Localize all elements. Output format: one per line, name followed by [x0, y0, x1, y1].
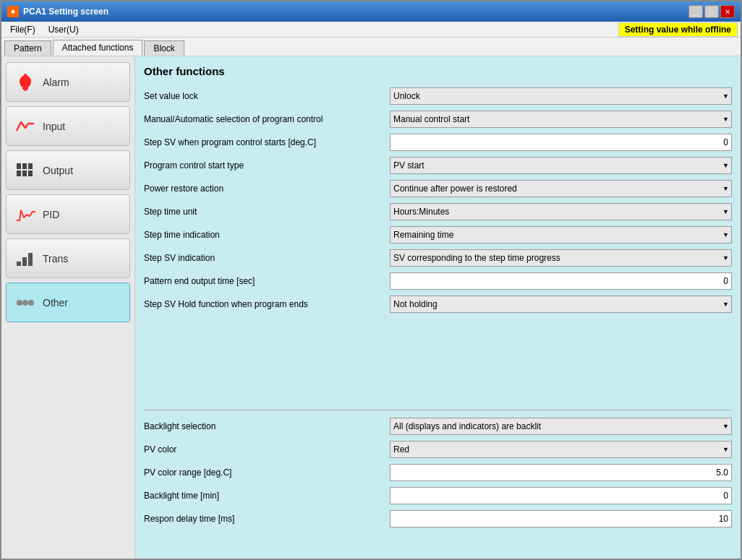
user-menu[interactable]: User(U)	[43, 23, 85, 36]
select-pv-color[interactable]: Red Green Blue	[390, 441, 732, 458]
control-program-start-type: PV start SV start	[390, 157, 732, 174]
control-step-sv-indication: SV corresponding to the step time progre…	[390, 249, 732, 267]
select-program-start-type[interactable]: PV start SV start	[390, 157, 732, 174]
pid-icon	[14, 203, 37, 226]
label-step-time-indication: Step time indication	[144, 230, 390, 240]
label-program-start-type: Program control start type	[144, 160, 390, 171]
control-pv-color: Red Green Blue	[390, 441, 732, 458]
label-step-sv-hold: Step SV Hold function when program ends	[144, 299, 390, 309]
select-wrapper-manual-auto: Manual control start Auto control start	[390, 111, 732, 128]
minimize-button[interactable]: _	[688, 5, 703, 18]
sidebar-item-other[interactable]: Other	[6, 283, 130, 322]
svg-rect-9	[28, 171, 33, 176]
tab-pattern[interactable]: Pattern	[4, 40, 51, 56]
row-step-time-indication: Step time indication Remaining time Elap…	[144, 225, 732, 245]
row-manual-auto: Manual/Automatic selection of program co…	[144, 109, 732, 129]
select-step-time-indication[interactable]: Remaining time Elapsed time	[390, 226, 732, 244]
label-set-value-lock: Set value lock	[144, 91, 390, 101]
window-controls: _ □ ✕	[688, 5, 735, 18]
input-backlight-time[interactable]	[390, 487, 732, 504]
other-icon	[14, 291, 37, 314]
label-power-restore: Power restore action	[144, 184, 390, 194]
select-backlight[interactable]: All (displays and indicators) are backli…	[390, 418, 732, 435]
svg-rect-11	[22, 257, 27, 266]
svg-rect-4	[17, 163, 21, 169]
menu-bar: File(F) User(U) Setting value while offl…	[1, 22, 741, 38]
tab-attached-functions[interactable]: Attached functions	[53, 40, 143, 56]
svg-point-15	[28, 300, 34, 306]
label-step-sv-start: Step SV when program control starts [deg…	[144, 137, 390, 147]
row-step-sv-hold: Step SV Hold function when program ends …	[144, 294, 732, 314]
row-program-start-type: Program control start type PV start SV s…	[144, 155, 732, 176]
select-step-sv-indication[interactable]: SV corresponding to the step time progre…	[390, 249, 732, 267]
select-power-restore[interactable]: Continue after power is restored Stop	[390, 180, 732, 197]
input-pv-color-range[interactable]	[390, 464, 732, 481]
row-backlight-time: Backlight time [min]	[144, 486, 732, 506]
control-step-time-indication: Remaining time Elapsed time	[390, 226, 732, 244]
sidebar: Alarm Input	[1, 56, 135, 559]
trans-icon	[14, 247, 37, 270]
row-power-restore: Power restore action Continue after powe…	[144, 178, 732, 199]
svg-point-3	[24, 74, 27, 77]
svg-rect-7	[17, 171, 21, 176]
main-area: Alarm Input	[1, 56, 741, 559]
select-step-sv-hold[interactable]: Not holding Holding	[390, 296, 732, 313]
sidebar-item-pid[interactable]: PID	[6, 194, 130, 234]
select-wrapper-program-start: PV start SV start	[390, 157, 732, 174]
row-step-sv-indication: Step SV indication SV corresponding to t…	[144, 248, 732, 268]
row-respon-delay: Respon delay time [ms]	[144, 509, 732, 529]
title-bar-left: ■ PCA1 Setting screen	[7, 6, 108, 17]
row-set-value-lock: Set value lock Unlock Lock	[144, 86, 732, 106]
svg-rect-12	[28, 253, 33, 266]
select-step-time-unit[interactable]: Hours:Minutes Minutes:Seconds	[390, 203, 732, 220]
sidebar-input-label: Input	[43, 121, 65, 132]
sidebar-item-input[interactable]: Input	[6, 106, 130, 146]
control-set-value-lock: Unlock Lock	[390, 87, 732, 105]
select-wrapper-lock: Unlock Lock	[390, 87, 732, 105]
sidebar-output-label: Output	[43, 165, 73, 176]
select-manual-auto[interactable]: Manual control start Auto control start	[390, 111, 732, 128]
title-bar: ■ PCA1 Setting screen _ □ ✕	[1, 1, 741, 22]
input-pattern-end-output[interactable]	[390, 272, 732, 290]
sidebar-other-label: Other	[43, 297, 68, 309]
control-pattern-end-output	[390, 272, 732, 290]
divider	[144, 410, 732, 410]
row-pv-color: PV color Red Green Blue	[144, 439, 732, 460]
row-backlight-selection: Backlight selection All (displays and in…	[144, 416, 732, 436]
select-wrapper-power-restore: Continue after power is restored Stop	[390, 180, 732, 197]
tab-block[interactable]: Block	[144, 40, 184, 56]
file-menu[interactable]: File(F)	[4, 23, 41, 36]
svg-point-0	[20, 75, 31, 88]
label-pv-color: PV color	[144, 444, 390, 455]
row-step-time-unit: Step time unit Hours:Minutes Minutes:Sec…	[144, 202, 732, 222]
sidebar-item-trans[interactable]: Trans	[6, 238, 130, 278]
close-button[interactable]: ✕	[720, 5, 735, 18]
control-manual-auto: Manual control start Auto control start	[390, 111, 732, 128]
row-pv-color-range: PV color range [deg.C]	[144, 462, 732, 483]
output-icon	[14, 159, 37, 182]
input-step-sv-start[interactable]	[390, 134, 732, 151]
select-wrapper-backlight: All (displays and indicators) are backli…	[390, 418, 732, 435]
control-pv-color-range	[390, 464, 732, 481]
sidebar-alarm-label: Alarm	[43, 77, 69, 88]
select-wrapper-pv-color: Red Green Blue	[390, 441, 732, 458]
select-lock[interactable]: Unlock Lock	[390, 87, 732, 105]
svg-rect-2	[24, 89, 27, 91]
tabs-bar: Pattern Attached functions Block	[1, 38, 741, 56]
content-area: Other functions Set value lock Unlock Lo…	[135, 56, 741, 559]
maximize-button[interactable]: □	[704, 5, 719, 18]
select-wrapper-step-time-unit: Hours:Minutes Minutes:Seconds	[390, 203, 732, 220]
window-title: PCA1 Setting screen	[23, 7, 108, 17]
control-step-time-unit: Hours:Minutes Minutes:Seconds	[390, 203, 732, 220]
input-respon-delay[interactable]	[390, 510, 732, 527]
sidebar-item-alarm[interactable]: Alarm	[6, 62, 130, 102]
svg-point-13	[17, 300, 22, 306]
app-icon: ■	[7, 6, 19, 17]
control-respon-delay	[390, 510, 732, 527]
sidebar-trans-label: Trans	[43, 253, 68, 264]
offline-badge: Setting value while offline	[618, 22, 738, 37]
row-step-sv-start: Step SV when program control starts [deg…	[144, 132, 732, 152]
control-backlight-selection: All (displays and indicators) are backli…	[390, 418, 732, 435]
svg-point-14	[22, 300, 28, 306]
sidebar-item-output[interactable]: Output	[6, 150, 130, 190]
